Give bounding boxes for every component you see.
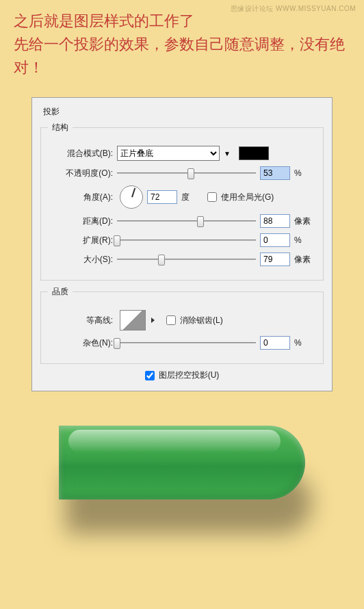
- spread-label: 扩展(R):: [48, 235, 113, 246]
- layer-style-panel: 投影 结构 混合模式(B): 正片叠底 ▼ 不透明度(O): % 角度(A):: [31, 97, 333, 391]
- noise-slider[interactable]: [117, 337, 256, 349]
- knockout-row: 图层挖空投影(U): [40, 370, 324, 381]
- distance-input[interactable]: [260, 214, 290, 228]
- blend-mode-select[interactable]: 正片叠底: [117, 146, 220, 161]
- distance-slider[interactable]: [117, 215, 256, 227]
- global-light-checkbox[interactable]: [207, 192, 217, 202]
- blend-mode-label: 混合模式(B):: [48, 148, 113, 159]
- noise-unit: %: [294, 338, 316, 348]
- pill-highlight: [68, 430, 281, 453]
- angle-input[interactable]: [147, 190, 177, 204]
- opacity-unit: %: [294, 168, 316, 178]
- global-light-label: 使用全局光(G): [221, 192, 274, 203]
- spread-input[interactable]: [260, 233, 290, 247]
- opacity-label: 不透明度(O):: [48, 168, 113, 179]
- angle-unit: 度: [181, 192, 203, 203]
- green-pill-shape: [59, 426, 305, 500]
- size-input[interactable]: [260, 252, 290, 266]
- contour-row: 等高线: 消除锯齿(L): [48, 310, 316, 331]
- distance-unit: 像素: [294, 216, 316, 227]
- structure-group: 结构 混合模式(B): 正片叠底 ▼ 不透明度(O): % 角度(A): 度: [40, 122, 324, 281]
- noise-input[interactable]: [260, 336, 290, 350]
- result-preview: [59, 426, 305, 500]
- opacity-slider[interactable]: [117, 167, 256, 179]
- size-unit: 像素: [294, 254, 316, 265]
- angle-dial[interactable]: [120, 185, 143, 209]
- anti-alias-label: 消除锯齿(L): [180, 315, 223, 326]
- blend-mode-row: 混合模式(B): 正片叠底 ▼: [48, 146, 316, 161]
- spread-row: 扩展(R): %: [48, 233, 316, 247]
- noise-label: 杂色(N):: [48, 337, 113, 349]
- opacity-input[interactable]: [260, 166, 290, 180]
- noise-row: 杂色(N): %: [48, 336, 316, 350]
- size-slider[interactable]: [117, 253, 256, 265]
- angle-row: 角度(A): 度 使用全局光(G): [48, 185, 316, 209]
- opacity-row: 不透明度(O): %: [48, 166, 316, 180]
- quality-legend: 品质: [48, 286, 73, 298]
- watermark-text: 思缘设计论坛 WWW.MISSYUAN.COM: [231, 4, 356, 14]
- anti-alias-checkbox[interactable]: [166, 315, 176, 325]
- distance-label: 距离(D):: [48, 216, 113, 227]
- structure-legend: 结构: [48, 122, 73, 133]
- spread-unit: %: [294, 235, 316, 245]
- contour-picker[interactable]: [120, 310, 146, 331]
- shadow-color-swatch[interactable]: [239, 146, 269, 160]
- quality-group: 品质 等高线: 消除锯齿(L) 杂色(N): %: [40, 286, 324, 364]
- angle-label: 角度(A):: [48, 192, 113, 203]
- panel-title: 投影: [43, 106, 324, 118]
- size-label: 大小(S):: [48, 254, 113, 265]
- knockout-checkbox[interactable]: [145, 371, 155, 380]
- distance-row: 距离(D): 像素: [48, 214, 316, 228]
- contour-label: 等高线:: [48, 315, 113, 326]
- spread-slider[interactable]: [117, 234, 256, 246]
- knockout-label: 图层挖空投影(U): [159, 370, 220, 381]
- size-row: 大小(S): 像素: [48, 252, 316, 266]
